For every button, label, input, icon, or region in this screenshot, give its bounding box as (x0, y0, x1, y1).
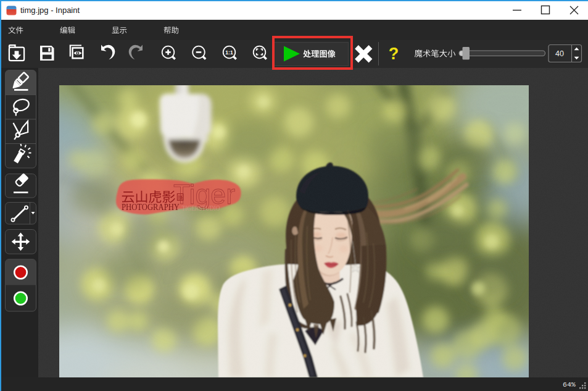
svg-text:?: ? (389, 44, 399, 63)
svg-text:PHOTOGRAPHY: PHOTOGRAPHY (122, 203, 180, 212)
svg-text:1:1: 1:1 (225, 49, 233, 56)
svg-text:TIGERSTUDIO: TIGERSTUDIO (182, 204, 220, 212)
svg-text:40: 40 (555, 49, 564, 58)
